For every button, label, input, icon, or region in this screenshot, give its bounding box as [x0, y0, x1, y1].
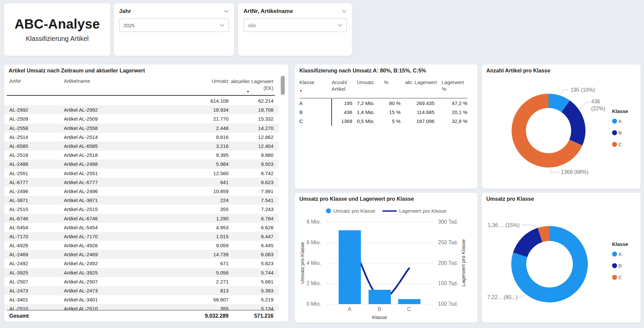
total-label: Gesamt — [9, 313, 64, 319]
classification-row[interactable]: A1957,2 Mio.80 %269.43547,2 % — [299, 99, 467, 108]
column-header-artikelname[interactable]: Artikelname — [64, 75, 174, 95]
table-row[interactable]: AL-5454Artikel AL-54544.9536.626 — [4, 223, 279, 232]
bar-C[interactable] — [398, 299, 420, 304]
table-row[interactable]: AL-2551Artikel AL-255112.5608.742 — [4, 169, 279, 178]
legend-item-C[interactable]: C — [612, 142, 628, 147]
table-cell: Artikel AL-2510 — [64, 306, 174, 310]
legend-item-B[interactable]: B — [612, 130, 628, 136]
table-row[interactable]: AL-2507Artikel AL-25072.2715.691 — [4, 277, 279, 286]
legend: Klasse ABC — [612, 108, 628, 153]
column-header-umsatz[interactable]: Umsatz — [352, 77, 384, 98]
classification-row[interactable]: B4361,4 Mio.15 %114.68520,1 % — [299, 108, 467, 117]
table-row[interactable]: AL-2558Artikel AL-25582.44814.270 — [4, 124, 279, 133]
y-axis-tick: 4 Mio. — [306, 260, 321, 266]
table-cell: AL-2492 — [9, 261, 64, 266]
column-header-klasse[interactable]: Klasse ▲ — [299, 77, 332, 98]
table-row[interactable]: AL-3871Artikel AL-38712247.541 — [4, 196, 279, 205]
column-header-artnr[interactable]: ArtNr — [9, 75, 64, 95]
table-cell: 2.271 — [174, 279, 229, 284]
table-cell: 7.541 — [229, 197, 273, 203]
table-cell: Artikel AL-2514 — [64, 134, 174, 140]
table-row[interactable]: AL-6585Artikel AL-65853.21612.404 — [4, 142, 279, 151]
table-cell: 9.059 — [174, 243, 229, 248]
column-header-prozent[interactable]: % — [384, 77, 401, 98]
gridline — [326, 304, 433, 304]
right-axis-title: Lagerwert pro Klasse — [460, 239, 466, 286]
bar-series-swatch — [326, 208, 331, 213]
bar-series-label[interactable]: Umsatz pro Klasse — [333, 208, 375, 214]
table-cell: 9.880 — [229, 152, 273, 158]
data-label-A: 7,22... (80...) — [487, 294, 518, 301]
table-cell: Artikel AL-6585 — [64, 143, 174, 149]
slicer-jahr-dropdown[interactable]: 2025 — [119, 19, 229, 32]
table-cell: AL-3871 — [9, 197, 64, 203]
page-subtitle: Klassifizierung Artikel — [26, 35, 89, 43]
table-cell: 6.445 — [229, 243, 273, 248]
table-row[interactable]: AL-2514Artikel AL-25148.61612.862 — [4, 133, 279, 142]
data-label-B: 436 (22%) — [591, 98, 612, 112]
table-row[interactable]: AL-2992Artikel AL-299218.93418.708 — [4, 105, 279, 114]
vertical-scrollbar[interactable] — [281, 76, 285, 95]
table-row[interactable]: AL-2488Artikel AL-24885.9849.503 — [4, 160, 279, 168]
table-row[interactable]: AL-2496Artikel AL-249610.8597.991 — [4, 187, 279, 196]
legend-title: Klasse — [612, 108, 628, 114]
table-row[interactable]: AL-2518Artikel AL-25189.3959.880 — [4, 151, 279, 160]
article-table-header: ArtNr Artikelname Umsatz aktueller Lager… — [7, 75, 275, 96]
table-cell: AL-2551 — [9, 170, 64, 176]
table-row[interactable]: AL-7170Artikel AL-71701.0156.447 — [4, 232, 279, 241]
donut-slice-B[interactable] — [513, 228, 543, 257]
slicer-artikel-label: ArtNr, Artikelname — [243, 8, 293, 15]
left-axis-title: Umsatz pro Klasse — [299, 242, 305, 284]
article-table-panel: Artikel Umsatz nach Zeitraum und aktuell… — [4, 64, 288, 322]
bar-B[interactable] — [369, 290, 391, 304]
column-header-lagerwert-prozent[interactable]: Lagerwert % — [437, 77, 467, 98]
legend-label: A — [618, 118, 622, 124]
table-cell: Artikel AL-2992 — [64, 107, 174, 113]
column-header-akt-lagerwert[interactable]: akt. Lagerwert — [401, 77, 437, 98]
slicer-jahr-label: Jahr — [119, 8, 131, 15]
table-cell: 9.395 — [174, 152, 229, 158]
table-cell: 5.056 — [174, 270, 229, 275]
bar-A[interactable] — [339, 230, 361, 304]
slicer-artikel: ArtNr, Artikelname Alle — [238, 3, 352, 56]
legend-dot-icon — [612, 130, 617, 135]
column-header-umsatz[interactable]: Umsatz — [174, 75, 229, 95]
legend-item-C[interactable]: C — [612, 274, 628, 280]
table-cell: 4.953 — [174, 225, 229, 230]
total-lagerwert: 571.216 — [229, 313, 273, 319]
legend-item-A[interactable]: A — [612, 118, 628, 124]
table-cell: Artikel AL-7170 — [64, 234, 174, 239]
table-cell: AL-2488 — [9, 161, 64, 167]
column-header-anzahl[interactable]: Anzahl Artikel — [332, 77, 352, 98]
table-row[interactable]: AL-6777Artikel AL-67778418.623 — [4, 178, 279, 187]
table-cell: 224 — [174, 197, 229, 203]
table-row[interactable]: AL-3925Artikel AL-39255.0565.744 — [4, 268, 279, 277]
table-cell: AL-2496 — [9, 188, 64, 194]
table-row[interactable]: AL-2515Artikel AL-25153557.243 — [4, 205, 279, 214]
donut-umsatz-panel: Umsatz pro Klasse 1,36 ... (15%) 7,22...… — [482, 193, 641, 323]
table-cell: Artikel AL-2558 — [64, 125, 174, 131]
classification-cell: 20,1 % — [437, 109, 467, 115]
table-row[interactable]: AL-3401Artikel AL-340156.6075.219 — [4, 295, 279, 304]
line-series-label[interactable]: Lagerwert pro Klasse — [399, 208, 446, 214]
article-table-title: Artikel Umsatz nach Zeitraum und aktuell… — [9, 68, 145, 74]
chevron-down-icon[interactable] — [224, 8, 229, 14]
data-label-A: 195 (10%) — [570, 86, 595, 93]
table-row[interactable]: AL-2473Artikel AL-24738135.393 — [4, 286, 279, 295]
legend-item-B[interactable]: B — [612, 263, 628, 269]
table-row[interactable]: AL-2510Artikel AL-25103555.134 — [4, 304, 279, 310]
table-row[interactable]: AL-2469Artikel AL-246914.7396.083 — [4, 250, 279, 259]
dashboard: ABC-Analyse Klassifizierung Artikel Jahr… — [0, 0, 644, 328]
table-row[interactable]: AL-4926Artikel AL-49269.0596.445 — [4, 241, 279, 250]
data-label-B: 1,36 ... (15%) — [488, 222, 520, 229]
slicer-artikel-dropdown[interactable]: Alle — [243, 19, 347, 32]
table-row[interactable]: AL-2509Artikel AL-250921.77015.332 — [4, 114, 279, 123]
legend-item-A[interactable]: A — [612, 251, 628, 257]
column-header-lagerwert[interactable]: aktueller Lagerwert (EK) ▼ — [229, 75, 273, 95]
table-cell: 355 — [174, 306, 229, 310]
table-row[interactable]: 614.10862.214 — [4, 96, 279, 105]
chevron-down-icon[interactable] — [342, 8, 347, 14]
table-row[interactable]: AL-6746Artikel AL-67461.2906.784 — [4, 214, 279, 223]
classification-row[interactable]: C13680,5 Mio.5 %187.09632,8 % — [299, 117, 467, 126]
table-row[interactable]: AL-2492Artikel AL-24926715.823 — [4, 259, 279, 268]
